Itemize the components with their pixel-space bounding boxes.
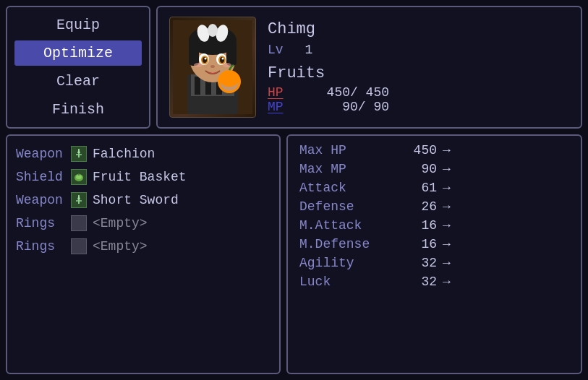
svg-rect-3: [195, 77, 200, 95]
weapon-icon-1: [71, 146, 87, 162]
svg-point-22: [194, 63, 203, 67]
menu-item-optimize[interactable]: Optimize: [14, 40, 142, 66]
top-section: Equip Optimize Clear Finish: [6, 6, 582, 129]
menu-label-optimize: Optimize: [43, 45, 113, 61]
menu-panel: Equip Optimize Clear Finish: [6, 6, 150, 129]
equip-slot-rings1[interactable]: Rings <Empty>: [16, 215, 270, 231]
svg-point-28: [221, 75, 238, 87]
svg-point-23: [223, 63, 231, 67]
equip-slot-weapon2[interactable]: Weapon Short Sword: [16, 192, 270, 208]
svg-point-21: [222, 58, 224, 60]
equip-slot-shield[interactable]: Shield Fruit Basket: [16, 169, 270, 185]
stat-name-luck: Luck: [299, 275, 393, 289]
equip-label-rings1: Rings: [16, 216, 65, 230]
equip-slot-weapon1[interactable]: Weapon Falchion: [16, 146, 270, 162]
svg-rect-41: [72, 217, 85, 230]
equipment-panel: Weapon Falchion Shield: [6, 134, 281, 374]
character-panel: Chimg Lv 1 Fruits HP 450/ 450 MP: [156, 6, 582, 129]
stat-row-luck: Luck 32 →: [299, 275, 569, 289]
equip-label-rings2: Rings: [16, 239, 65, 254]
stat-name-maxhp: Max HP: [299, 143, 393, 157]
menu-label-clear: Clear: [56, 73, 100, 90]
stat-row-mdefense: M.Defense 16 →: [299, 237, 569, 251]
hp-value: 450/ 450: [295, 85, 389, 100]
stat-name-mattack: M.Attack: [299, 218, 393, 233]
stats-panel: Max HP 450 → Max MP 90 → Attack 61 → Def…: [286, 134, 582, 374]
stat-name-mdefense: M.Defense: [299, 237, 393, 251]
weapon-icon-2: [71, 192, 87, 208]
equip-name-shield: Fruit Basket: [93, 170, 187, 184]
equip-name-weapon1: Falchion: [93, 147, 155, 161]
character-name: Chimg: [268, 20, 389, 38]
svg-point-24: [210, 65, 215, 68]
equip-label-shield: Shield: [16, 170, 65, 184]
menu-item-clear[interactable]: Clear: [14, 69, 142, 94]
mp-label: MP: [268, 100, 289, 114]
arrow-defense: →: [443, 199, 451, 214]
character-portrait: [169, 17, 256, 118]
level-label: Lv: [268, 43, 284, 57]
stat-row-maxhp: Max HP 450 →: [299, 143, 569, 157]
svg-point-20: [205, 58, 207, 60]
svg-point-13: [208, 24, 218, 37]
stat-row-mattack: M.Attack 16 →: [299, 218, 569, 233]
arrow-maxmp: →: [443, 162, 451, 176]
mp-value: 90/ 90: [295, 100, 389, 114]
hp-bar: HP 450/ 450: [268, 85, 389, 100]
stat-val-mdefense: 16: [393, 237, 437, 251]
stat-val-maxmp: 90: [393, 162, 437, 176]
equip-slot-rings2[interactable]: Rings <Empty>: [16, 238, 270, 254]
arrow-maxhp: →: [443, 143, 451, 157]
hp-label: HP: [268, 85, 289, 100]
stat-row-maxmp: Max MP 90 →: [299, 162, 569, 176]
level-value: 1: [305, 43, 313, 57]
arrow-luck: →: [443, 275, 451, 289]
arrow-mattack: →: [443, 218, 451, 233]
empty-icon-1: [71, 215, 87, 231]
menu-label-equip: Equip: [56, 17, 100, 33]
equip-label-weapon1: Weapon: [16, 147, 65, 161]
bottom-section: Weapon Falchion Shield: [6, 134, 582, 374]
stat-val-agility: 32: [393, 256, 437, 270]
stat-val-mattack: 16: [393, 218, 437, 233]
stat-val-luck: 32: [393, 275, 437, 289]
fruits-label: Fruits: [268, 64, 389, 82]
equip-name-weapon2: Short Sword: [93, 193, 179, 207]
stat-val-defense: 26: [393, 199, 437, 214]
arrow-attack: →: [443, 181, 451, 195]
stat-name-agility: Agility: [299, 256, 393, 270]
menu-item-equip[interactable]: Equip: [14, 12, 142, 38]
stat-name-defense: Defense: [299, 199, 393, 214]
character-info: Chimg Lv 1 Fruits HP 450/ 450 MP: [268, 20, 389, 114]
svg-rect-42: [72, 240, 85, 253]
stat-name-maxmp: Max MP: [299, 162, 393, 176]
equip-name-rings1: <Empty>: [93, 216, 148, 230]
svg-rect-9: [189, 40, 199, 66]
stat-row-defense: Defense 26 →: [299, 199, 569, 214]
stat-name-attack: Attack: [299, 181, 393, 195]
arrow-mdefense: →: [443, 237, 451, 251]
shield-icon: [71, 169, 87, 185]
menu-item-finish[interactable]: Finish: [14, 97, 142, 122]
menu-label-finish: Finish: [52, 101, 104, 118]
empty-icon-2: [71, 238, 87, 254]
stat-row-attack: Attack 61 →: [299, 181, 569, 195]
equip-label-weapon2: Weapon: [16, 193, 65, 207]
svg-rect-10: [226, 40, 237, 66]
mp-bar: MP 90/ 90: [268, 100, 389, 114]
equip-name-rings2: <Empty>: [93, 239, 148, 254]
stat-val-attack: 61: [393, 181, 437, 195]
arrow-agility: →: [443, 256, 451, 270]
stat-val-maxhp: 450: [393, 143, 437, 157]
character-level: Lv 1: [268, 43, 389, 57]
main-container: Equip Optimize Clear Finish: [0, 0, 588, 380]
stat-row-agility: Agility 32 →: [299, 256, 569, 270]
